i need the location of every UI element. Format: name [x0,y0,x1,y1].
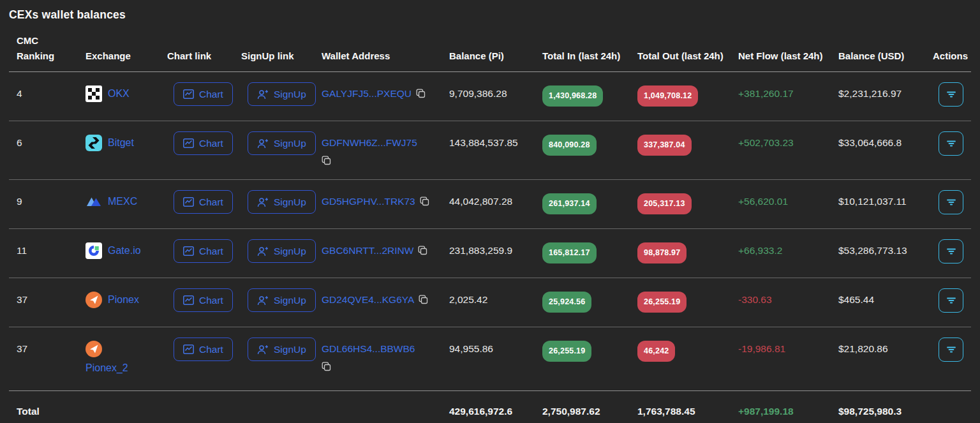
net-flow-cell: +56,620.01 [731,180,831,229]
row-actions-button[interactable] [939,338,963,362]
signup-button-label: SignUp [274,246,306,257]
line-chart-icon [183,295,194,305]
balance-pi-cell: 9,709,386.28 [442,72,535,121]
signup-button-label: SignUp [274,138,306,149]
page-title: CEXs wallet balances [0,0,980,22]
cex-wallet-table: CMC Ranking Exchange Chart link SignUp l… [9,27,971,423]
exchange-name: Pionex_2 [85,360,128,376]
filter-icon [947,90,956,100]
row-actions-button[interactable] [939,288,963,313]
table-header-row: CMC Ranking Exchange Chart link SignUp l… [9,27,971,72]
signup-link-button[interactable]: SignUp [248,239,316,263]
col-cmc-ranking: CMC Ranking [9,27,78,72]
exchange-link[interactable]: Pionex [85,292,154,308]
total-net-flow: +987,199.18 [731,391,831,423]
chart-link-button[interactable]: Chart [174,190,233,214]
copy-icon[interactable] [322,362,331,371]
filter-icon [947,139,956,149]
chart-button-label: Chart [199,246,223,257]
table-row: 9 MEXC Chart SignUp [9,180,971,229]
copy-icon[interactable] [420,197,429,206]
total-in-badge: 25,924.56 [542,292,591,313]
exchange-link[interactable]: OKX [85,85,154,102]
col-balance-pi: Balance (Pi) [442,27,535,72]
chart-button-label: Chart [199,89,223,100]
col-balance-usd: Balance (USD) [831,27,925,72]
table-row: 37 Pionex Chart SignUp [9,278,971,327]
mexc-logo-icon [85,193,102,210]
table-row: 6 Bitget Chart SignUp [9,121,971,180]
signup-button-label: SignUp [274,344,306,355]
exchange-link[interactable]: Gate.io [85,242,154,259]
table-row: 4 OKX Chart SignUp [9,72,971,121]
col-signup-link: SignUp link [234,27,314,72]
exchange-name: Gate.io [108,242,141,259]
total-out-badge: 46,242 [637,341,675,362]
total-label: Total [9,391,78,423]
signup-link-button[interactable]: SignUp [248,338,316,361]
line-chart-icon [183,138,194,148]
net-flow-cell: +66,933.2 [731,229,831,278]
exchange-link[interactable]: Pionex_2 [85,341,154,376]
row-actions-button[interactable] [939,239,963,263]
copy-icon[interactable] [322,156,331,165]
balance-pi-cell: 44,042,807.28 [442,180,535,229]
wallet-address-link[interactable]: GD24QVE4...KG6YA [322,294,414,305]
wallet-address-link[interactable]: GDFNWH6Z...FWJ75 [322,137,417,148]
filter-icon [947,247,956,256]
line-chart-icon [183,345,194,354]
wallet-address-link[interactable]: GALYJFJ5...PXEQU [322,88,412,99]
balance-usd-cell: $10,121,037.11 [831,180,925,229]
chart-button-label: Chart [199,138,223,149]
chart-link-button[interactable]: Chart [174,288,233,312]
signup-link-button[interactable]: SignUp [248,288,316,312]
col-total-out: Total Out (last 24h) [630,27,731,72]
exchange-link[interactable]: MEXC [85,193,154,210]
net-flow-cell: -330.63 [731,278,831,327]
balance-pi-cell: 231,883,259.9 [442,229,535,278]
signup-link-button[interactable]: SignUp [248,190,316,214]
col-chart-link: Chart link [160,27,234,72]
signup-link-button[interactable]: SignUp [248,82,316,106]
person-add-icon [257,345,269,355]
filter-icon [947,296,956,306]
chart-button-label: Chart [199,295,223,306]
balance-usd-cell: $465.44 [831,278,925,327]
line-chart-icon [183,197,194,207]
exchange-link[interactable]: Bitget [85,135,154,151]
table-total-row: Total 429,616,972.6 2,750,987.62 1,763,7… [9,391,971,423]
exchange-name: OKX [108,85,130,102]
total-out-badge: 1,049,708.12 [637,85,698,107]
balance-usd-cell: $53,286,773.13 [831,229,925,278]
col-wallet-address: Wallet Address [314,27,442,72]
chart-button-label: Chart [199,197,223,208]
chart-link-button[interactable]: Chart [174,338,233,361]
col-actions: Actions [925,27,971,72]
row-actions-button[interactable] [939,82,963,107]
copy-icon[interactable] [416,89,426,98]
cmc-ranking-cell: 6 [9,121,78,180]
signup-link-button[interactable]: SignUp [248,131,316,155]
balance-usd-cell: $2,231,216.97 [831,72,925,121]
row-actions-button[interactable] [939,190,963,214]
net-flow-cell: -19,986.81 [731,327,831,391]
chart-link-button[interactable]: Chart [174,131,233,155]
row-actions-button[interactable] [939,131,963,156]
copy-icon[interactable] [419,295,428,304]
bitget-logo-icon [85,135,102,151]
chart-link-button[interactable]: Chart [174,239,233,263]
exchange-name: MEXC [108,193,137,210]
total-out-badge: 98,878.97 [637,242,687,263]
chart-link-button[interactable]: Chart [174,82,233,106]
line-chart-icon [183,89,194,99]
line-chart-icon [183,246,194,256]
cmc-ranking-cell: 4 [9,72,78,121]
wallet-address-link[interactable]: GD5HGPHV...TRK73 [322,196,415,207]
okx-logo-icon [85,85,102,102]
signup-button-label: SignUp [274,295,306,306]
person-add-icon [257,295,269,306]
copy-icon[interactable] [418,246,427,255]
wallet-address-link[interactable]: GBC6NRTT...2RINW [322,245,413,256]
wallet-address-link[interactable]: GDL66HS4...BBWB6 [322,343,415,354]
balance-pi-cell: 2,025.42 [442,278,535,327]
